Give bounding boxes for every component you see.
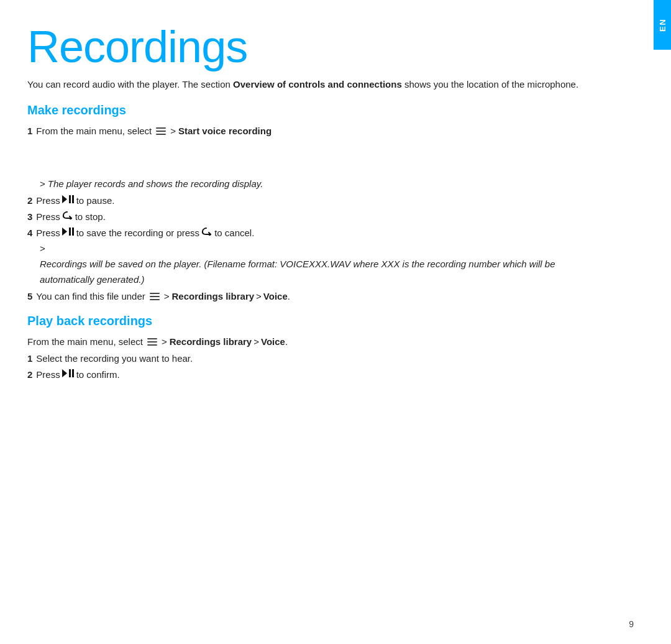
step5-arrow: > (164, 289, 170, 305)
step2-num: 2 (27, 193, 32, 209)
section2-heading: Play back recordings (27, 314, 596, 328)
gap-space (27, 139, 596, 177)
play-pause-icon-3 (62, 367, 75, 382)
step2-line: 2 Press to pause. (27, 193, 596, 209)
section2-step2-suffix: to confirm. (76, 367, 120, 383)
step5-menu-icon (148, 289, 161, 305)
step5-period: . (288, 289, 290, 305)
page-number: 9 (629, 619, 634, 629)
section2-step1-line: 1 Select the recording you want to hear. (27, 351, 596, 367)
intro-text-part1: You can record audio with the player. Th… (27, 79, 233, 90)
section2-intro-line: From the main menu, select > Recordings … (27, 334, 596, 350)
section2-bold1: Recordings library (170, 334, 252, 350)
svg-rect-7 (69, 369, 71, 377)
intro-text-part2: shows you the location of the microphone… (402, 79, 578, 90)
italic-note2-line: > Recordings will be saved on the player… (27, 241, 596, 287)
step1-arrow: > (170, 124, 176, 139)
section1-heading: Make recordings (27, 103, 596, 117)
step1-prefix: From the main menu, select (36, 124, 152, 139)
svg-marker-0 (62, 195, 67, 203)
step5-bold2: Voice (263, 289, 288, 305)
italic-note1-line: > The player records and shows the recor… (27, 177, 596, 192)
step3-line: 3 Press to stop. (27, 209, 596, 225)
step4-prefix: Press (36, 226, 60, 241)
page-title: Recordings (27, 22, 596, 71)
section2-step1-num: 1 (27, 351, 32, 367)
svg-rect-4 (69, 228, 71, 236)
section2-intro-prefix: From the main menu, select (27, 334, 143, 350)
section2-step2-num: 2 (27, 367, 32, 383)
section2-period: . (285, 334, 288, 350)
step3-suffix: to stop. (75, 209, 106, 225)
section2-step2-line: 2 Press to confirm. (27, 367, 596, 383)
svg-rect-5 (72, 228, 74, 236)
step4-line: 4 Press to save the recording or press t… (27, 226, 596, 241)
svg-rect-1 (69, 195, 71, 203)
arrow-prefix2: > (40, 241, 45, 257)
back-icon-2 (201, 225, 212, 241)
back-icon-1 (62, 209, 73, 224)
play-pause-icon-2 (62, 225, 75, 241)
step1-num: 1 (27, 124, 32, 139)
page-content: Recordings You can record audio with the… (0, 0, 634, 406)
arrow-prefix: > (40, 177, 45, 192)
step1-bold: Start voice recording (178, 124, 272, 139)
section2-arrow: > (162, 334, 167, 350)
step4-suffix: to cancel. (214, 226, 254, 241)
step5-line: 5 You can find this file under > Recordi… (27, 289, 596, 305)
step5-num: 5 (27, 289, 32, 305)
section2-gt: > (253, 334, 259, 350)
step4-mid: to save the recording or press (76, 226, 199, 241)
section2-menu-icon (146, 334, 158, 350)
step4-num: 4 (27, 226, 32, 241)
svg-rect-2 (72, 195, 74, 203)
step3-prefix: Press (36, 209, 60, 225)
step2-prefix: Press (36, 193, 60, 209)
step2-suffix: to pause. (76, 193, 115, 209)
intro-bold: Overview of controls and connections (233, 79, 402, 90)
italic-note1: The player records and shows the recordi… (48, 177, 263, 192)
intro-paragraph: You can record audio with the player. Th… (27, 78, 587, 92)
step5-gt: > (256, 289, 262, 305)
step1-line: 1 From the main menu, select > Start voi… (27, 124, 596, 139)
sidebar-language-label: EN (658, 18, 667, 32)
step3-num: 3 (27, 209, 32, 225)
step1-menu-icon (155, 124, 167, 139)
step5-prefix: You can find this file under (36, 289, 145, 305)
svg-marker-3 (62, 228, 67, 236)
section2-step2-prefix: Press (36, 367, 60, 383)
section2-bold2: Voice (261, 334, 285, 350)
section2-step1: Select the recording you want to hear. (36, 351, 193, 367)
step5-bold1: Recordings library (172, 289, 255, 305)
svg-marker-6 (62, 369, 67, 377)
sidebar-tab: EN (654, 0, 671, 50)
section2: Play back recordings From the main menu,… (27, 314, 596, 382)
svg-rect-8 (72, 369, 74, 377)
italic-note2: Recordings will be saved on the player. … (40, 257, 596, 288)
play-pause-icon-1 (62, 193, 75, 208)
